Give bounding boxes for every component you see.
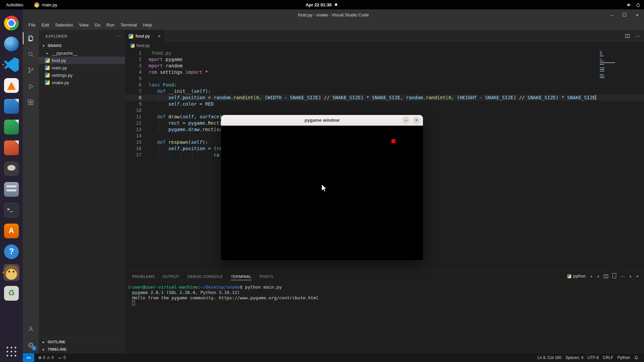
- system-status-area[interactable]: [627, 2, 641, 7]
- tree-item-settings-py[interactable]: settings.py: [39, 71, 125, 79]
- dock-trash-icon[interactable]: [2, 283, 21, 304]
- dock-show-apps-icon[interactable]: [2, 341, 21, 362]
- menu-edit[interactable]: Edit: [39, 21, 52, 29]
- search-activity-icon[interactable]: [23, 46, 39, 62]
- language-mode-indicator[interactable]: Python: [615, 355, 632, 360]
- explorer-activity-icon[interactable]: [23, 30, 39, 46]
- terminal-line: [132, 301, 644, 306]
- remote-icon: ><: [26, 356, 30, 360]
- close-panel-icon[interactable]: ×: [636, 274, 639, 279]
- eol-indicator[interactable]: CRLF: [601, 355, 615, 360]
- settings-gear-icon[interactable]: ⚙ 1: [23, 337, 39, 353]
- dock-thunderbird-icon[interactable]: [2, 34, 21, 54]
- menu-terminal[interactable]: Terminal: [117, 21, 140, 29]
- tab-terminal[interactable]: TERMINAL: [231, 273, 251, 280]
- menu-run[interactable]: Run: [103, 21, 117, 29]
- code-line[interactable]: 2mport pygame: [125, 56, 644, 63]
- dock-terminal-icon[interactable]: [2, 200, 21, 221]
- indentation-indicator[interactable]: Spaces: 4: [564, 355, 585, 360]
- tab-output[interactable]: OUTPUT: [163, 273, 179, 280]
- menu-file[interactable]: File: [25, 21, 39, 29]
- menu-selection[interactable]: Selection: [52, 21, 76, 29]
- tab-close-icon[interactable]: ×: [158, 34, 161, 39]
- focused-app-indicator[interactable]: main.py: [29, 0, 62, 9]
- dock-files-icon[interactable]: [2, 179, 21, 200]
- panel-more-actions-icon[interactable]: ⋯: [621, 274, 625, 279]
- code-line[interactable]: 9 │ self.color = RED: [125, 101, 644, 107]
- dock-calc-icon[interactable]: [2, 117, 21, 137]
- tab-problems[interactable]: PROBLEMS: [132, 273, 155, 280]
- vscode-titlebar[interactable]: food.py - snake - Visual Studio Code – ×: [23, 9, 644, 20]
- maximize-icon: [623, 13, 626, 16]
- maximize-panel-icon[interactable]: ∧: [629, 275, 632, 278]
- ports-indicator[interactable]: 0: [56, 355, 68, 360]
- explorer-sidebar: EXPLORER ⋯ ▾ SNAKE ▸ __pycache__ food.py…: [39, 30, 125, 353]
- new-terminal-icon[interactable]: +: [590, 274, 593, 279]
- pygame-close-button[interactable]: ×: [413, 117, 420, 124]
- outline-section[interactable]: ▸ OUTLINE: [39, 338, 125, 346]
- tree-item-main-py[interactable]: main.py: [39, 64, 125, 71]
- dock-chrome-icon[interactable]: [2, 13, 21, 34]
- encoding-indicator[interactable]: UTF-8: [585, 355, 601, 360]
- kill-terminal-icon[interactable]: [612, 274, 616, 278]
- notifications-bell[interactable]: [632, 355, 641, 360]
- minimize-button[interactable]: –: [608, 11, 615, 18]
- activities-button[interactable]: Activities: [0, 0, 29, 9]
- pygame-canvas[interactable]: [221, 126, 423, 260]
- git-branch-icon: [27, 67, 35, 74]
- tree-item-snake-py[interactable]: snake.py: [39, 79, 125, 86]
- dock-help-icon[interactable]: [2, 241, 21, 262]
- code-line[interactable]: 3mport random: [125, 63, 644, 69]
- breadcrumb[interactable]: food.py: [125, 42, 644, 49]
- source-control-activity-icon[interactable]: [23, 62, 39, 78]
- code-line[interactable]: 6lass Food:: [125, 82, 644, 88]
- editor-more-actions-icon[interactable]: ⋯: [635, 33, 640, 39]
- code-line[interactable]: 4rom settings import *: [125, 69, 644, 75]
- tree-item-pycache[interactable]: ▸ __pycache__: [39, 49, 125, 57]
- tab-food-py[interactable]: food.py ×: [125, 30, 164, 42]
- explorer-more-actions-icon[interactable]: ⋯: [117, 34, 121, 38]
- remote-indicator[interactable]: ><: [23, 353, 34, 362]
- dock-gimp-icon[interactable]: [2, 158, 21, 179]
- dock-ubuntu-software-icon[interactable]: [2, 221, 21, 241]
- terminal-dropdown-icon[interactable]: ∨: [597, 275, 599, 278]
- tab-debug-console[interactable]: DEBUG CONSOLE: [187, 273, 223, 280]
- file-name: settings.py: [52, 73, 72, 78]
- close-button[interactable]: ×: [634, 11, 641, 18]
- python-file-icon: [45, 80, 50, 85]
- menu-help[interactable]: Help: [140, 21, 155, 29]
- terminal-view[interactable]: user@user-virtual-machine:~/Desktop/snak…: [125, 282, 644, 353]
- error-icon: ⊗: [38, 355, 42, 360]
- problems-indicator[interactable]: ⊗0 ⚠0: [36, 355, 56, 360]
- split-terminal-icon[interactable]: [604, 275, 608, 278]
- tab-ports[interactable]: PORTS: [260, 273, 273, 280]
- split-editor-icon[interactable]: [625, 34, 630, 38]
- cursor-position[interactable]: Ln 8, Col 160: [536, 355, 564, 360]
- menu-go[interactable]: Go: [92, 21, 103, 29]
- command-decoration-icon[interactable]: [128, 286, 131, 289]
- clock-menu[interactable]: Apr 22 01:30: [306, 2, 338, 7]
- minimap[interactable]: [600, 51, 617, 79]
- dock-vlc-icon[interactable]: [2, 75, 21, 96]
- dock-impress-icon[interactable]: [2, 137, 21, 158]
- show-apps-icon: [6, 346, 17, 357]
- dock-pygame-app-icon[interactable]: [2, 262, 21, 283]
- code-line[interactable]: 7 def __init__(self):: [125, 88, 644, 95]
- menu-view[interactable]: View: [76, 21, 92, 29]
- code-line[interactable]: 8 │ self.position = random.randint(0, (W…: [125, 95, 644, 101]
- extensions-activity-icon[interactable]: [23, 95, 39, 111]
- workspace-section-snake[interactable]: ▾ SNAKE: [39, 42, 125, 49]
- code-line[interactable]: 1 food.py: [125, 50, 644, 56]
- dock-vscode-icon[interactable]: [2, 54, 21, 75]
- active-shell-item[interactable]: python: [567, 274, 586, 279]
- maximize-button[interactable]: [621, 11, 628, 18]
- dock-writer-icon[interactable]: [2, 96, 21, 117]
- run-debug-activity-icon[interactable]: [23, 78, 39, 95]
- timeline-section[interactable]: ▸ TIMELINE: [39, 346, 125, 353]
- pygame-minimize-button[interactable]: –: [402, 117, 410, 124]
- accounts-icon[interactable]: [23, 321, 39, 337]
- code-line[interactable]: 10: [125, 107, 644, 114]
- tree-item-food-py[interactable]: food.py: [39, 57, 125, 64]
- code-line[interactable]: 5: [125, 75, 644, 82]
- pygame-titlebar[interactable]: pygame window – ×: [221, 115, 423, 126]
